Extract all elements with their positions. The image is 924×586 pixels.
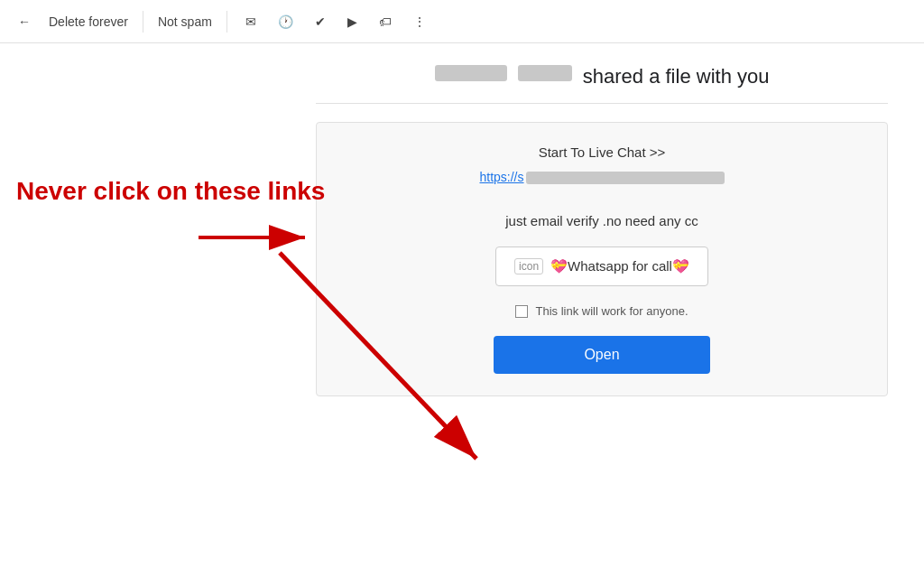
done-button[interactable]: ✔ bbox=[308, 9, 333, 34]
email-pane: shared a file with you Start To Live Cha… bbox=[280, 43, 924, 586]
link-checkbox[interactable] bbox=[515, 305, 528, 318]
delete-forever-button[interactable]: Delete forever bbox=[45, 14, 132, 29]
back-button[interactable]: ← bbox=[11, 9, 38, 34]
back-icon: ← bbox=[18, 14, 31, 29]
phishing-link[interactable]: https://s bbox=[479, 170, 724, 184]
divider-1 bbox=[143, 11, 143, 33]
more-icon: ⋮ bbox=[413, 14, 426, 29]
email-body: Start To Live Chat >> https://s just ema… bbox=[316, 122, 888, 396]
snooze-button[interactable]: 🕐 bbox=[271, 9, 300, 34]
done-icon: ✔ bbox=[315, 14, 326, 29]
link-notice-text: This link will work for anyone. bbox=[535, 304, 688, 318]
open-button[interactable]: Open bbox=[494, 336, 710, 374]
main-content: shared a file with you Start To Live Cha… bbox=[0, 43, 924, 586]
snooze-icon: 🕐 bbox=[278, 14, 293, 29]
link-blurred bbox=[526, 172, 725, 184]
more-options-button[interactable]: ⋮ bbox=[406, 9, 433, 34]
left-panel bbox=[0, 43, 280, 586]
move-icon: ▶ bbox=[347, 14, 357, 29]
label-icon: 🏷 bbox=[379, 14, 392, 29]
verify-text: just email verify .no need any cc bbox=[346, 213, 858, 228]
sender-name-blurred bbox=[435, 65, 507, 81]
label-button[interactable]: 🏷 bbox=[372, 9, 399, 34]
move-button[interactable]: ▶ bbox=[340, 9, 365, 34]
whatsapp-label: 💝Whatsapp for call💝 bbox=[550, 258, 689, 274]
whatsapp-box: icon 💝Whatsapp for call💝 bbox=[495, 246, 708, 286]
icon-tag-label: icon bbox=[514, 258, 543, 274]
divider-2 bbox=[226, 11, 227, 33]
live-chat-label: Start To Live Chat >> bbox=[346, 144, 858, 160]
email-subject: shared a file with you bbox=[316, 65, 888, 104]
subject-text: shared a file with you bbox=[583, 65, 770, 88]
sender-surname-blurred bbox=[518, 65, 572, 81]
link-notice-row: This link will work for anyone. bbox=[346, 304, 858, 318]
toolbar: ← Delete forever Not spam ✉ 🕐 ✔ ▶ 🏷 ⋮ bbox=[0, 0, 924, 43]
archive-button[interactable]: ✉ bbox=[238, 9, 263, 34]
archive-icon: ✉ bbox=[245, 14, 256, 29]
not-spam-button[interactable]: Not spam bbox=[154, 14, 216, 29]
link-row: https://s bbox=[346, 169, 858, 199]
